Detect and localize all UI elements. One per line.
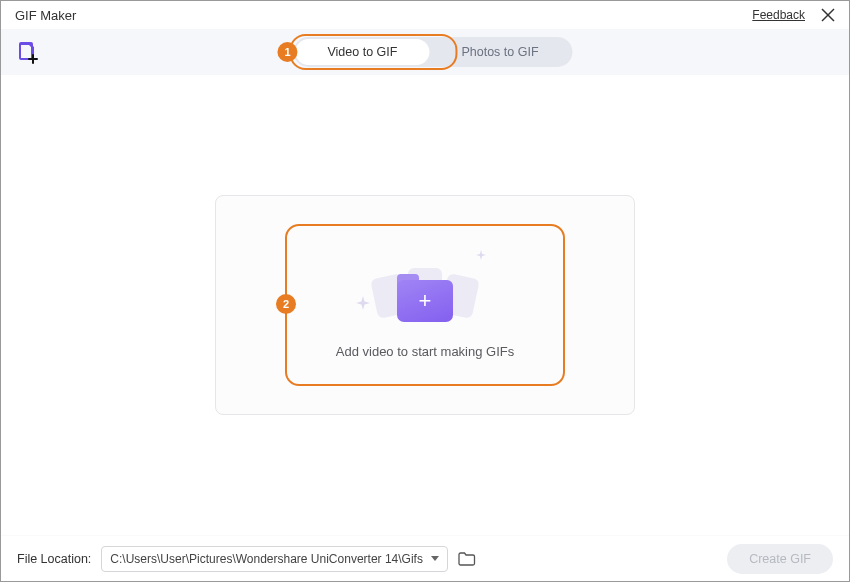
- dropzone-text: Add video to start making GIFs: [336, 344, 514, 359]
- dropzone-illustration: +: [360, 252, 490, 322]
- callout-badge-1: 1: [277, 42, 297, 62]
- callout-badge-2: 2: [276, 294, 296, 314]
- chevron-down-icon: [431, 556, 439, 561]
- file-location-path: C:\Users\User\Pictures\Wondershare UniCo…: [110, 552, 423, 566]
- window-title: GIF Maker: [15, 8, 76, 23]
- mode-tabs: 1 Video to GIF Photos to GIF: [277, 37, 572, 67]
- main-area: 2 + Add video to start making GIFs: [1, 75, 849, 535]
- titlebar: GIF Maker Feedback: [1, 1, 849, 29]
- add-video-dropzone[interactable]: 2 + Add video to start making GIFs: [285, 224, 565, 386]
- close-icon[interactable]: [821, 8, 835, 22]
- titlebar-actions: Feedback: [752, 8, 835, 22]
- tab-video-to-gif[interactable]: Video to GIF: [295, 39, 429, 65]
- open-folder-icon[interactable]: [458, 552, 476, 566]
- drop-panel: 2 + Add video to start making GIFs: [215, 195, 635, 415]
- tab-group: Video to GIF Photos to GIF: [293, 37, 572, 67]
- toolbar: 1 Video to GIF Photos to GIF: [1, 29, 849, 75]
- sparkle-icon: [356, 296, 370, 310]
- tab-photos-to-gif[interactable]: Photos to GIF: [429, 39, 570, 65]
- footer: File Location: C:\Users\User\Pictures\Wo…: [1, 535, 849, 581]
- folder-plus-icon: +: [397, 280, 453, 322]
- app-logo-icon: [15, 40, 39, 64]
- create-gif-button[interactable]: Create GIF: [727, 544, 833, 574]
- sparkle-icon: [476, 250, 486, 260]
- feedback-link[interactable]: Feedback: [752, 8, 805, 22]
- file-location-select[interactable]: C:\Users\User\Pictures\Wondershare UniCo…: [101, 546, 448, 572]
- file-location-label: File Location:: [17, 552, 91, 566]
